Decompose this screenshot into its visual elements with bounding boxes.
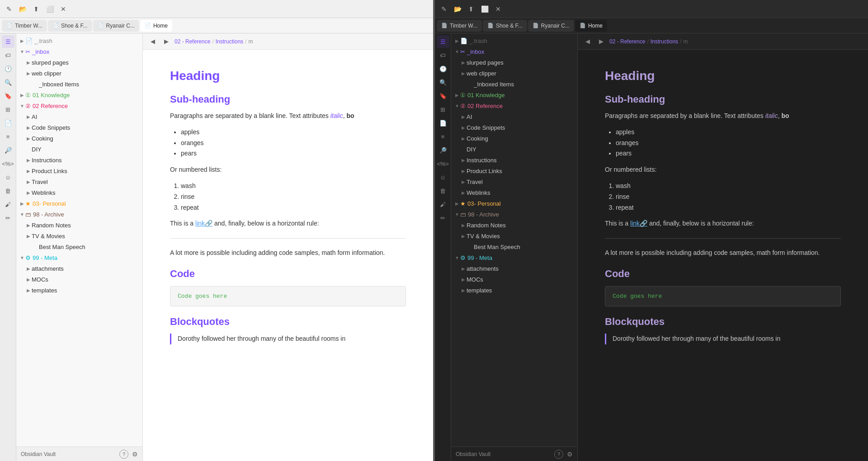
breadcrumb-instr-right[interactable]: Instructions [651,38,678,45]
left-toolbar-icon-4[interactable]: ✕ [57,3,70,15]
back-button-right[interactable]: ◀ [582,36,593,47]
tree-item-webclipper-r[interactable]: ▶ web clipper [451,68,577,79]
tree-item-personal-r[interactable]: ▶ ★ 03- Personal [451,198,577,209]
left-toolbar-icon-1[interactable]: 📂 [16,3,29,15]
breadcrumb-instr-left[interactable]: Instructions [216,38,243,45]
right-side-icon-grid[interactable]: ⊞ [437,103,449,116]
left-side-icon-grid[interactable]: ⊞ [2,103,14,116]
tree-item-ai[interactable]: ▶ AI [16,111,142,122]
right-side-icon-trash[interactable]: 🗑 [437,184,449,197]
tree-item-archive[interactable]: ▼ 🗃 98 - Archive [16,209,142,220]
tree-item-mocs[interactable]: ▶ MOCs [16,274,142,285]
back-button-left[interactable]: ◀ [147,36,158,47]
tree-item-randomnotes[interactable]: ▶ Random Notes [16,220,142,230]
settings-icon-left[interactable]: ⚙ [132,451,138,458]
tree-item-cooking-r[interactable]: ▶ Cooking [451,133,577,144]
left-side-icon-bookmark[interactable]: 🔖 [2,89,14,102]
left-side-icon-search2[interactable]: 🔎 [2,144,14,156]
tab-shoe-right[interactable]: 📄 Shoe & F... [483,20,527,32]
right-side-icon-search2[interactable]: 🔎 [437,144,449,156]
left-side-icon-search[interactable]: 🔍 [2,76,14,89]
tree-item-slurped-r[interactable]: ▶ slurped pages [451,57,577,68]
tree-item-inbox[interactable]: ▼ ✂ _inbox [16,46,142,57]
tree-item-codesnippets-r[interactable]: ▶ Code Snippets [451,122,577,133]
left-side-icon-emoji[interactable]: ☺ [2,171,14,183]
tree-item-ai-r[interactable]: ▶ AI [451,111,577,122]
tree-item-inbox-r[interactable]: ▼ ✂ _inbox [451,46,577,57]
right-side-icon-emoji[interactable]: ☺ [437,171,449,183]
help-icon-right[interactable]: ? [554,450,563,459]
left-side-icon-list[interactable]: ≡ [2,130,14,143]
tree-item-bestman[interactable]: Best Man Speech [16,241,142,252]
tab-home-left[interactable]: 📄 Home [140,20,172,32]
tree-item-knowledge[interactable]: ▶ ① 01 Knowledge [16,89,142,100]
tree-item-bestman-r[interactable]: Best Man Speech [451,241,577,252]
tree-item-reference[interactable]: ▼ ② 02 Reference [16,100,142,111]
tab-timber-left[interactable]: 📄 Timber W... [2,20,47,32]
tree-item-mocs-r[interactable]: ▶ MOCs [451,274,577,285]
right-side-icon-code[interactable]: <%> [437,157,449,170]
doc-link-left[interactable]: link🔗 [195,220,212,227]
tab-ryanair-left[interactable]: 📄 Ryanair C... [93,20,139,32]
right-side-icon-search[interactable]: 🔍 [437,76,449,89]
tree-item-inboxed-r[interactable]: _Inboxed Items [451,79,577,89]
tree-item-trash-r[interactable]: ▶ 📄 _.trash [451,35,577,46]
settings-icon-right[interactable]: ⚙ [567,451,573,458]
tree-item-productlinks-r[interactable]: ▶ Product Links [451,165,577,176]
right-side-icon-tags[interactable]: 🏷 [437,49,449,61]
tab-ryanair-right[interactable]: 📄 Ryanair C... [528,20,574,32]
right-side-icon-brush[interactable]: 🖌 [437,198,449,211]
right-toolbar-icon-3[interactable]: ⬜ [478,3,491,15]
tree-item-weblinks[interactable]: ▶ Weblinks [16,187,142,198]
tree-item-attachments[interactable]: ▶ attachments [16,263,142,274]
tree-item-diy[interactable]: DIY [16,144,142,155]
right-toolbar-icon-4[interactable]: ✕ [492,3,505,15]
right-side-icon-pen[interactable]: ✏ [437,212,449,224]
tab-home-right[interactable]: 📄 Home [575,20,607,32]
right-side-icon-bookmark[interactable]: 🔖 [437,89,449,102]
doc-link-right[interactable]: link🔗 [630,220,647,227]
forward-button-left[interactable]: ▶ [161,36,172,47]
left-toolbar-icon-2[interactable]: ⬆ [30,3,42,15]
tree-item-instructions[interactable]: ▶ Instructions [16,155,142,165]
left-side-icon-files[interactable]: ☰ [2,35,14,48]
tree-item-travel[interactable]: ▶ Travel [16,176,142,187]
left-side-icon-trash[interactable]: 🗑 [2,184,14,197]
tree-item-templates[interactable]: ▶ templates [16,285,142,296]
tree-item-archive-r[interactable]: ▼ 🗃 98 - Archive [451,209,577,220]
tree-item-productlinks[interactable]: ▶ Product Links [16,165,142,176]
tree-item-slurped[interactable]: ▶ slurped pages [16,57,142,68]
tree-item-cooking[interactable]: ▶ Cooking [16,133,142,144]
tab-timber-right[interactable]: 📄 Timber W... [437,20,482,32]
breadcrumb-ref-left[interactable]: 02 - Reference [175,38,210,45]
forward-button-right[interactable]: ▶ [596,36,607,47]
tree-item-webclipper[interactable]: ▶ web clipper [16,68,142,79]
tree-item-tvmovies[interactable]: ▶ TV & Movies [16,230,142,241]
right-toolbar-icon-0[interactable]: ✎ [438,3,450,15]
right-toolbar-icon-2[interactable]: ⬆ [465,3,477,15]
tree-item-trash[interactable]: ▶ 📄 _.trash [16,35,142,46]
tree-item-inboxed[interactable]: _Inboxed Items [16,79,142,89]
tree-item-randomnotes-r[interactable]: ▶ Random Notes [451,220,577,230]
left-side-icon-history[interactable]: 🕐 [2,62,14,75]
left-side-icon-doc[interactable]: 📄 [2,117,14,129]
right-side-icon-history[interactable]: 🕐 [437,62,449,75]
tree-item-diy-r[interactable]: DIY [451,144,577,155]
tab-shoe-left[interactable]: 📄 Shoe & F... [48,20,92,32]
left-side-icon-brush[interactable]: 🖌 [2,198,14,211]
tree-item-reference-r[interactable]: ▼ ② 02 Reference [451,100,577,111]
tree-item-tvmovies-r[interactable]: ▶ TV & Movies [451,230,577,241]
tree-item-attachments-r[interactable]: ▶ attachments [451,263,577,274]
left-toolbar-icon-0[interactable]: ✎ [3,3,15,15]
right-side-icon-doc[interactable]: 📄 [437,117,449,129]
left-side-icon-pen[interactable]: ✏ [2,212,14,224]
left-toolbar-icon-3[interactable]: ⬜ [43,3,56,15]
tree-item-travel-r[interactable]: ▶ Travel [451,176,577,187]
breadcrumb-ref-right[interactable]: 02 - Reference [609,38,645,45]
tree-item-templates-r[interactable]: ▶ templates [451,285,577,296]
right-side-icon-files[interactable]: ☰ [437,35,449,48]
tree-item-instructions-r[interactable]: ▶ Instructions [451,155,577,165]
right-toolbar-icon-1[interactable]: 📂 [451,3,464,15]
tree-item-weblinks-r[interactable]: ▶ Weblinks [451,187,577,198]
left-side-icon-code[interactable]: <%> [2,157,14,170]
